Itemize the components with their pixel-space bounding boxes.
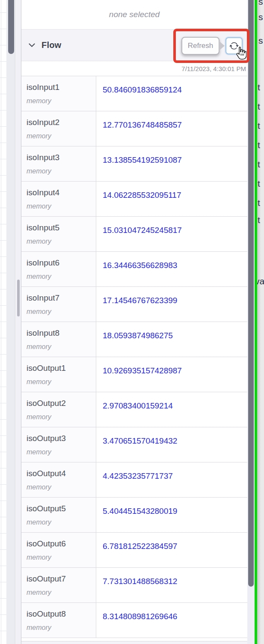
layout-grid-background [0, 0, 6, 644]
telemetry-name: isoOutput7 [27, 574, 96, 584]
telemetry-value-cell: 7.731301488568312 [96, 568, 247, 602]
telemetry-row: isoOutput8memory8.314808981269646 [21, 603, 247, 638]
telemetry-source: memory [27, 97, 96, 105]
telemetry-source: memory [27, 554, 96, 561]
telemetry-name-cell: isoOutput7memory [21, 568, 96, 602]
telemetry-value: 50.846091836859124 [103, 85, 182, 94]
telemetry-row: isoInput7memory17.14546767623399 [21, 287, 247, 322]
telemetry-name-cell: isoInput2memory [21, 111, 96, 146]
telemetry-source: memory [27, 343, 96, 351]
telemetry-name: isoOutput2 [27, 399, 96, 408]
telemetry-name-cell: isoOutput6memory [21, 533, 96, 567]
telemetry-value-cell: 2.97083400159214 [96, 392, 247, 427]
tooltip-arrow [219, 41, 225, 51]
timestamp-bar: 7/11/2023, 4:30:01 PM [21, 61, 247, 76]
telemetry-value: 3.470651570419432 [103, 436, 177, 445]
telemetry-value: 6.781812522384597 [103, 542, 177, 551]
telemetry-value-cell: 15.031047245245817 [96, 217, 247, 251]
none-selected-area: none selected [21, 0, 247, 30]
left-scrollbar-thumb[interactable] [8, 0, 14, 54]
telemetry-value-cell: 16.34466356628983 [96, 252, 247, 286]
code-text-fragment: t [258, 179, 260, 189]
telemetry-value-cell: 14.062285532095117 [96, 182, 247, 216]
telemetry-value: 8.314808981269646 [103, 612, 177, 621]
telemetry-value-cell: 3.470651570419432 [96, 427, 247, 462]
code-text-fragment: t [258, 198, 260, 208]
telemetry-name-cell: isoOutput4memory [21, 462, 96, 497]
telemetry-table: isoInput1memory50.846091836859124isoInpu… [21, 76, 247, 638]
telemetry-name: isoInput8 [27, 328, 96, 338]
telemetry-value: 18.0593874986275 [103, 331, 173, 340]
telemetry-source: memory [27, 589, 96, 596]
telemetry-source: memory [27, 238, 96, 245]
telemetry-row: isoInput4memory14.062285532095117 [21, 182, 247, 217]
telemetry-name: isoInput3 [27, 153, 96, 162]
telemetry-value: 2.97083400159214 [103, 401, 173, 410]
code-text-fragment: t [258, 140, 260, 150]
telemetry-source: memory [27, 203, 96, 210]
telemetry-value-cell: 4.42353235771737 [96, 462, 247, 497]
telemetry-name: isoOutput1 [27, 364, 96, 373]
telemetry-row: isoOutput4memory4.42353235771737 [21, 462, 247, 498]
telemetry-row: isoOutput2memory2.97083400159214 [21, 392, 247, 427]
telemetry-name: isoOutput5 [27, 504, 96, 513]
telemetry-source: memory [27, 273, 96, 280]
telemetry-source: memory [27, 483, 96, 491]
telemetry-name: isoInput1 [27, 83, 96, 92]
telemetry-value: 16.34466356628983 [103, 261, 177, 270]
code-text-fragment: t [258, 121, 260, 131]
telemetry-name-cell: isoInput7memory [21, 287, 96, 322]
none-selected-label: none selected [109, 10, 160, 19]
telemetry-source: memory [27, 167, 96, 175]
mouse-cursor-pointer [234, 46, 246, 62]
telemetry-row: isoOutput7memory7.731301488568312 [21, 568, 247, 603]
telemetry-source: memory [27, 519, 96, 526]
telemetry-name-cell: isoInput5memory [21, 217, 96, 251]
telemetry-name: isoOutput4 [27, 469, 96, 478]
telemetry-value-cell: 50.846091836859124 [96, 76, 247, 111]
telemetry-value: 5.404451543280019 [103, 507, 177, 516]
telemetry-value: 15.031047245245817 [103, 226, 182, 235]
telemetry-value-cell: 13.138554192591087 [96, 146, 247, 181]
telemetry-name: isoOutput8 [27, 609, 96, 619]
telemetry-name-cell: isoOutput1memory [21, 357, 96, 392]
telemetry-name: isoOutput3 [27, 434, 96, 443]
inspector-panel: none selected Flow 7/11/2023, 4:30:01 PM… [21, 0, 247, 644]
telemetry-row: isoInput8memory18.0593874986275 [21, 322, 247, 357]
left-scrollbar-track[interactable] [6, 0, 15, 644]
right-scrollbar-track[interactable] [247, 0, 255, 644]
code-text-fragment: t [258, 82, 260, 92]
telemetry-value-cell: 5.404451543280019 [96, 498, 247, 532]
telemetry-value-cell: 6.781812522384597 [96, 533, 247, 567]
telemetry-row: isoOutput1memory10.926935157428987 [21, 357, 247, 392]
telemetry-source: memory [27, 448, 96, 456]
code-text-fragment: s [258, 0, 263, 7]
telemetry-name: isoInput7 [27, 293, 96, 303]
code-text-fragment: va [257, 276, 264, 286]
telemetry-name-cell: isoInput8memory [21, 322, 96, 357]
telemetry-name-cell: isoInput1memory [21, 76, 96, 111]
telemetry-value: 13.138554192591087 [103, 155, 182, 164]
telemetry-name-cell: isoInput3memory [21, 146, 96, 181]
code-text-fragment: t [258, 215, 260, 225]
telemetry-value-cell: 18.0593874986275 [96, 322, 247, 357]
chevron-down-icon[interactable] [29, 43, 35, 48]
telemetry-row: isoOutput3memory3.470651570419432 [21, 427, 247, 462]
telemetry-name-cell: isoOutput2memory [21, 392, 96, 427]
inner-scrollbar-track[interactable] [16, 0, 21, 644]
telemetry-value: 4.42353235771737 [103, 471, 173, 480]
code-text-fragment: t [258, 101, 260, 112]
next-section-edge [21, 641, 247, 644]
telemetry-row: isoOutput5memory5.404451543280019 [21, 498, 247, 533]
telemetry-name: isoInput2 [27, 118, 96, 127]
telemetry-value: 7.731301488568312 [103, 577, 177, 586]
right-scrollbar-thumb[interactable] [248, 0, 254, 587]
telemetry-name-cell: isoOutput5memory [21, 498, 96, 532]
screenshot-root: none selected Flow 7/11/2023, 4:30:01 PM… [0, 0, 264, 644]
telemetry-value: 14.062285532095117 [103, 191, 181, 200]
telemetry-value: 10.926935157428987 [103, 366, 182, 375]
code-text-fragment: s [258, 36, 263, 46]
flow-section-title: Flow [42, 40, 61, 50]
telemetry-name-cell: isoOutput8memory [21, 603, 96, 638]
inner-scrollbar-thumb[interactable] [17, 280, 20, 316]
